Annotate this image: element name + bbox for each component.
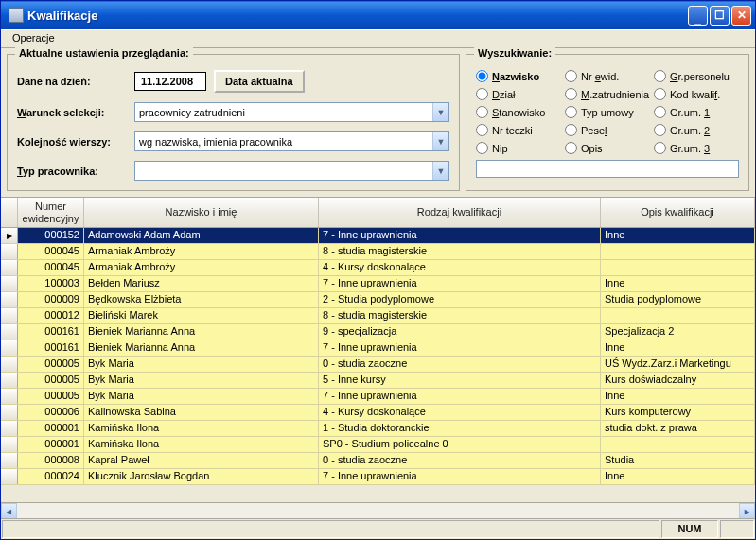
cell-kind: 4 - Kursy doskonalące <box>319 260 601 275</box>
cell-desc: UŚ Wydz.Zarz.i Marketingu <box>601 357 755 372</box>
date-label: Dane na dzień: <box>17 76 134 87</box>
cell-desc <box>601 244 755 259</box>
search-radio-gr-personelu[interactable]: Gr.personelu <box>654 70 739 82</box>
cell-desc: Inne <box>601 340 755 356</box>
close-button[interactable]: ✕ <box>731 6 751 26</box>
cell-number: 000006 <box>18 405 84 420</box>
cell-number: 100003 <box>18 276 84 291</box>
search-radio-nazwisko[interactable]: Nazwisko <box>476 70 561 82</box>
cell-name: Byk Maria <box>84 389 319 404</box>
cell-desc: Inne <box>601 469 755 484</box>
table-row[interactable]: 000152Adamowski Adam Adam7 - Inne uprawn… <box>1 228 755 244</box>
cell-number: 000001 <box>18 421 84 436</box>
current-date-button[interactable]: Data aktualna <box>214 70 305 93</box>
row-marker <box>1 421 18 436</box>
table-row[interactable]: 000008Kapral Paweł0 - studia zaoczneStud… <box>1 453 755 469</box>
cell-kind: 4 - Kursy doskonalące <box>319 405 601 420</box>
search-radio-nr-ewid-[interactable]: Nr ewid. <box>565 70 650 82</box>
cell-kind: 7 - Inne uprawnienia <box>319 276 601 291</box>
table-row[interactable]: 000045Armaniak Ambroży8 - studia magiste… <box>1 244 755 260</box>
type-combo[interactable]: ▼ <box>134 161 449 181</box>
row-marker-header <box>1 198 18 227</box>
search-radio-m-zatrudnienia[interactable]: M.zatrudnienia <box>565 88 650 100</box>
cell-kind: 7 - Inne uprawnienia <box>319 469 601 484</box>
horizontal-scrollbar[interactable]: ◄ ► <box>1 502 755 518</box>
cell-number: 000008 <box>18 453 84 468</box>
cell-name: Kapral Paweł <box>84 453 319 468</box>
search-legend: Wyszukiwanie: <box>474 47 555 59</box>
search-radio-kod-kwalif-[interactable]: Kod kwalif. <box>654 88 739 100</box>
cell-desc: Inne <box>601 276 755 291</box>
row-marker <box>1 260 18 275</box>
search-radio-gr-um-2[interactable]: Gr.um. 2 <box>654 124 739 136</box>
table-row[interactable]: 000001Kamińska IlonaSP0 - Studium police… <box>1 437 755 453</box>
chevron-down-icon: ▼ <box>432 162 448 180</box>
table-row[interactable]: 000024Klucznik Jarosław Bogdan7 - Inne u… <box>1 469 755 485</box>
cell-name: Bełden Mariusz <box>84 276 319 291</box>
search-radio-nr-teczki[interactable]: Nr teczki <box>476 124 561 136</box>
date-input[interactable]: 11.12.2008 <box>134 72 206 91</box>
row-marker <box>1 324 18 340</box>
maximize-button[interactable]: ☐ <box>710 6 730 26</box>
table-row[interactable]: 000005Byk Maria5 - Inne kursyKurs doświa… <box>1 373 755 389</box>
search-radio-gr-um-1[interactable]: Gr.um. 1 <box>654 106 739 118</box>
selection-combo[interactable]: pracownicy zatrudnieni ▼ <box>134 102 449 122</box>
table-row[interactable]: 000161Bieniek Marianna Anna9 - specjaliz… <box>1 324 755 340</box>
table-row[interactable]: 000005Byk Maria7 - Inne uprawnieniaInne <box>1 389 755 405</box>
row-marker <box>1 405 18 420</box>
statusbar: NUM <box>1 518 755 539</box>
search-radio-opis[interactable]: Opis <box>565 142 650 154</box>
table-row[interactable]: 100003Bełden Mariusz7 - Inne uprawnienia… <box>1 276 755 292</box>
cell-name: Kalinowska Sabina <box>84 405 319 420</box>
table-row[interactable]: 000001Kamińska Ilona1 - Studia doktoranc… <box>1 421 755 437</box>
cell-kind: 8 - studia magisterskie <box>319 308 601 323</box>
titlebar: Kwalifikacje _ ☐ ✕ <box>1 1 755 29</box>
col-header-number[interactable]: Numerewidencyjny <box>18 198 84 227</box>
status-pane-3 <box>720 520 754 538</box>
search-input[interactable] <box>476 160 739 178</box>
search-radio-stanowisko[interactable]: Stanowisko <box>476 106 561 118</box>
cell-desc: Inne <box>601 389 755 404</box>
table-row[interactable]: 000006Kalinowska Sabina4 - Kursy doskona… <box>1 405 755 421</box>
search-radio-gr-um-3[interactable]: Gr.um. 3 <box>654 142 739 154</box>
chevron-down-icon: ▼ <box>432 103 448 121</box>
col-header-kind[interactable]: Rodzaj kwalifikacji <box>319 198 601 227</box>
search-radio-nip[interactable]: Nip <box>476 142 561 154</box>
status-num: NUM <box>661 520 718 538</box>
row-marker <box>1 276 18 291</box>
cell-name: Klucznik Jarosław Bogdan <box>84 469 319 484</box>
row-marker <box>1 389 18 404</box>
scroll-left-icon[interactable]: ◄ <box>1 503 17 518</box>
search-radio-typ-umowy[interactable]: Typ umowy <box>565 106 650 118</box>
row-marker <box>1 357 18 372</box>
table-row[interactable]: 000009Będkowska Elżbieta2 - Studia podyp… <box>1 292 755 308</box>
minimize-button[interactable]: _ <box>688 6 708 26</box>
menu-operations[interactable]: Operacje <box>7 30 61 45</box>
cell-number: 000012 <box>18 308 84 323</box>
view-settings-legend: Aktualne ustawienia przeglądania: <box>15 47 193 59</box>
order-label: Kolejność wierszy: <box>17 136 134 148</box>
col-header-desc[interactable]: Opis kwalifikacji <box>601 198 755 227</box>
cell-kind: 5 - Inne kursy <box>319 373 601 388</box>
table-row[interactable]: 000161Bieniek Marianna Anna7 - Inne upra… <box>1 340 755 357</box>
cell-number: 000005 <box>18 357 84 372</box>
cell-desc: Inne <box>601 228 755 243</box>
col-header-name[interactable]: Nazwisko i imię <box>84 198 319 227</box>
data-grid: Numerewidencyjny Nazwisko i imię Rodzaj … <box>1 198 755 518</box>
cell-desc: Kurs komputerowy <box>601 405 755 420</box>
cell-number: 000009 <box>18 292 84 307</box>
menubar: Operacje <box>1 29 755 48</box>
search-radio-pesel[interactable]: Pesel <box>565 124 650 136</box>
table-row[interactable]: 000012Bieliński Marek8 - studia magister… <box>1 308 755 324</box>
scroll-right-icon[interactable]: ► <box>739 503 755 518</box>
search-radio-dzia-[interactable]: Dział <box>476 88 561 100</box>
order-combo[interactable]: wg nazwiska, imienia pracownika ▼ <box>134 131 449 151</box>
table-row[interactable]: 000045Armaniak Ambroży4 - Kursy doskonal… <box>1 260 755 276</box>
table-row[interactable]: 000005Byk Maria0 - studia zaoczneUŚ Wydz… <box>1 357 755 373</box>
cell-desc: Specjalizacja 2 <box>601 324 755 340</box>
status-pane <box>2 520 659 538</box>
cell-desc: Studia <box>601 453 755 468</box>
cell-number: 000152 <box>18 228 84 243</box>
cell-kind: SP0 - Studium policealne 0 <box>319 437 601 452</box>
row-marker <box>1 373 18 388</box>
